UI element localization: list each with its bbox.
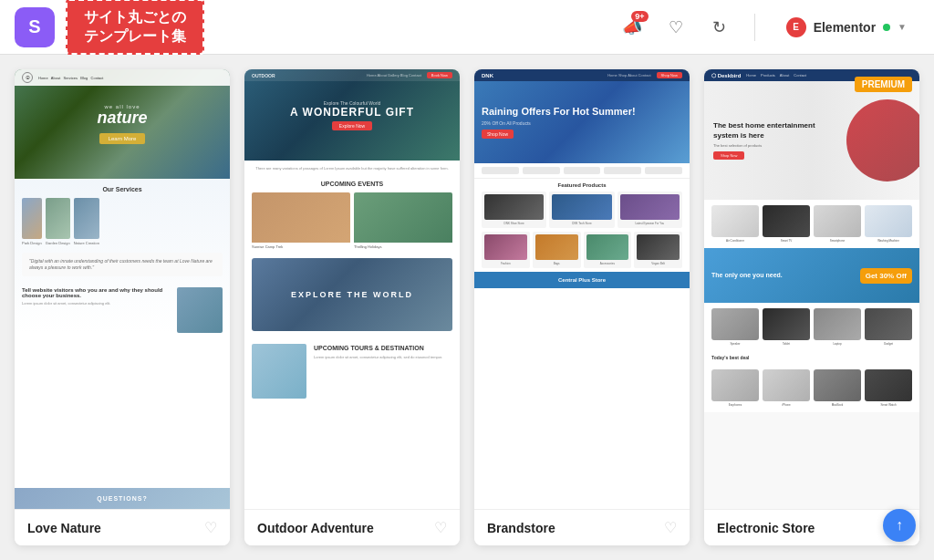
favorites-button[interactable]: ♡ (659, 11, 692, 44)
oa-event-img-2 (354, 192, 452, 243)
ln-hero-button[interactable]: Learn More (99, 133, 146, 144)
ln-about-text: Tell website visitors who you are and wh… (22, 287, 171, 333)
es-product-box-tablet (763, 308, 810, 340)
bs-fashion-label: Fashion (484, 262, 527, 265)
es-product-box-wash (865, 205, 912, 237)
ln-nav-links: Home About Services Blog Contact (38, 76, 223, 80)
bs-brand-4 (604, 167, 641, 174)
oa-explore-section: EXPLORE THE WORLD (252, 258, 452, 331)
es-product-watch: Smart Watch (865, 369, 912, 407)
notification-badge: 9+ (631, 11, 648, 22)
es-promo-badge: Get 30% Off (860, 268, 912, 284)
template-preview-brandstore: DNK Home Shop About Contact Shop Now Rai… (474, 69, 690, 509)
bs-shop-btn[interactable]: Shop Now (657, 72, 682, 78)
es-product-box-phone2 (763, 369, 810, 401)
oa-upcoming-title: UPCOMING TOURS & DESTINATION (314, 344, 452, 352)
es-hero-btn[interactable]: Shop Now (713, 151, 744, 160)
elementor-logo: E (786, 17, 806, 37)
template-card-brandstore: DNK Home Shop About Contact Shop Now Rai… (474, 69, 690, 545)
oa-nav: OUTDOOR Home About Gallery Blog Contact … (244, 69, 460, 81)
oa-hero-button[interactable]: Explore Now (332, 121, 372, 130)
ln-about-img (177, 287, 223, 333)
template-card-love-nature: ⦿ Home About Services Blog Contact we al… (15, 69, 230, 545)
scroll-to-top-button[interactable]: ↑ (883, 509, 916, 542)
ln-service-img-1 (22, 198, 42, 239)
es-hero-sub: The best selection of products (713, 143, 837, 148)
es-nav-logo: ⬡ Deskbird (711, 72, 741, 78)
bs-brand-logos (474, 163, 690, 179)
es-product-ac: Air Conditioner (711, 205, 759, 243)
bs-footer: Brandstore ♡ (474, 509, 690, 545)
es-product-strip-2: Speaker Tablet Laptop Gadget (704, 303, 919, 351)
oa-favorite-icon[interactable]: ♡ (434, 519, 447, 536)
oa-upcoming-section: UPCOMING TOURS & DESTINATION Lorem ipsum… (244, 337, 460, 406)
logo-letter: S (28, 16, 40, 37)
oa-hero-sub: Explore The Colourful World (290, 100, 414, 106)
oa-event-card-1: Sunrise Camp Trek (252, 192, 350, 249)
es-hero-right (846, 81, 919, 200)
oa-book-btn[interactable]: Book Now (427, 72, 452, 78)
bs-hero-btn[interactable]: Shop Now (482, 130, 514, 139)
ln-hero-small: we all love (97, 104, 147, 109)
bs-hero-sub: 20% Off On All Products (482, 120, 682, 126)
bs-product-grid: DNK Shoe Store DNK Tech Store Latest Eye… (482, 192, 682, 228)
es-product-watch-name: Smart Watch (865, 403, 912, 407)
oa-upcoming-desc: Lorem ipsum dolor sit amet, consectetur … (314, 355, 452, 360)
bs-product-glasses: Latest Eyewear For You (617, 192, 682, 228)
oa-explore-text: EXPLORE THE WORLD (291, 290, 413, 299)
ln-logo: ⦿ (22, 72, 33, 83)
bs-product-acc: Accessories (584, 232, 632, 268)
elementor-status-dot (883, 24, 890, 31)
bs-bag-img (535, 234, 578, 260)
es-product-earphone: Earphones (711, 369, 759, 407)
bs-glasses-label: Latest Eyewear For You (620, 222, 680, 225)
bs-bag-label: Bags (535, 262, 578, 265)
ln-footer: Love Nature ♡ (15, 509, 230, 545)
ln-questions-text: QUESTIONS? (22, 495, 223, 502)
logo[interactable]: S (15, 7, 55, 47)
bs-banner-text: Central Plus Store (482, 277, 682, 283)
es-product-strip-3: Earphones iPhone MacBook Smart Watch (704, 364, 919, 412)
ln-hero-big: nature (97, 109, 147, 128)
bs-nav-links: Home Shop About Contact (499, 73, 651, 78)
bs-acc-label: Accessories (586, 262, 629, 265)
bs-glasses-img (620, 194, 680, 220)
ln-services: Our Services Park Design Garden Design (15, 179, 230, 253)
oa-hero-text: Explore The Colourful World A WONDERFUL … (290, 100, 414, 130)
ln-hero-text: we all love nature Learn More (97, 104, 147, 144)
oa-event-label-2: Thrilling Holidays (354, 244, 452, 249)
es-product-gadget-name: Gadget (865, 342, 912, 346)
es-product-earphone-name: Earphones (711, 403, 759, 407)
template-card-electronic-store: PREMIUM ⬡ Deskbird Home Products About C… (704, 69, 919, 545)
divider (754, 14, 755, 41)
oa-template-name: Outdoor Adventure (257, 521, 374, 535)
header: S サイト丸ごとの テンプレート集 📣 9+ ♡ ↻ E Elementor ▼ (0, 0, 934, 55)
bs-product-row: Fashion Bags Accessories Vegan Belt (482, 232, 682, 268)
ln-favorite-icon[interactable]: ♡ (204, 519, 217, 536)
bs-nav-logo: DNK (482, 73, 493, 78)
notification-button[interactable]: 📣 9+ (616, 11, 649, 44)
bs-product-fashion: Fashion (482, 232, 530, 268)
bs-shoe-label: DNK Shoe Store (484, 222, 544, 225)
oa-nav-links: Home About Gallery Blog Contact (281, 73, 421, 78)
es-product-box-phone (814, 205, 861, 237)
ln-about-title: Tell website visitors who you are and wh… (22, 287, 171, 298)
oa-event-label-1: Sunrise Camp Trek (252, 244, 350, 249)
bs-favorite-icon[interactable]: ♡ (664, 519, 677, 536)
premium-badge: PREMIUM (855, 77, 912, 92)
es-product-phone: Smartphone (814, 205, 861, 243)
es-nav-home: Home (746, 73, 756, 78)
es-product-washer-name: Washing Machine (865, 239, 912, 243)
es-nav-products: Products (761, 73, 775, 78)
es-hero-product-img (846, 99, 919, 181)
template-preview-electronic-store: PREMIUM ⬡ Deskbird Home Products About C… (704, 69, 919, 509)
oa-event-card-2: Thrilling Holidays (354, 192, 452, 249)
es-nav-contact: Contact (794, 73, 806, 78)
es-product-strip-1: Air Conditioner Smart TV Smartphone Wash… (704, 200, 919, 248)
es-product-box-laptop (814, 308, 861, 340)
oa-desc: There are many variations of passages of… (244, 161, 460, 177)
elementor-button[interactable]: E Elementor ▼ (773, 12, 919, 43)
header-icons: 📣 9+ ♡ ↻ E Elementor ▼ (616, 11, 919, 44)
refresh-button[interactable]: ↻ (703, 11, 736, 44)
es-product-laptop-name: Laptop (814, 342, 861, 346)
